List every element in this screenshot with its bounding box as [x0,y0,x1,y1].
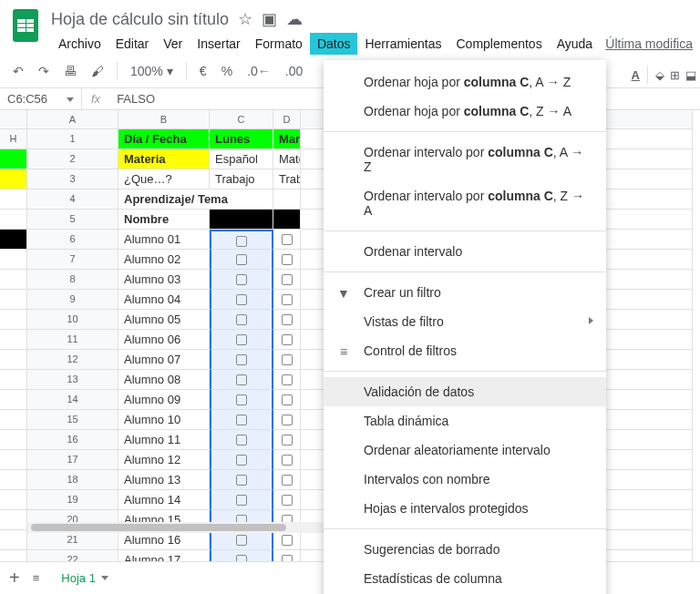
cell[interactable]: Alumno 13 [118,470,210,490]
cell[interactable] [0,250,27,270]
cell[interactable] [210,250,273,270]
cell[interactable]: Trabajo [273,169,301,189]
sheets-logo[interactable] [7,7,44,44]
increase-decimal-button[interactable]: .00 [280,60,308,82]
menu-datos[interactable]: Datos [310,33,358,55]
row-head-2[interactable]: 2 [27,149,118,169]
dd-named-ranges[interactable]: Intervalos con nombre [324,465,606,494]
checkbox-icon[interactable] [236,274,247,285]
cell[interactable] [210,210,273,230]
menu-archivo[interactable]: Archivo [51,33,108,55]
menu-ayuda[interactable]: Ayuda [550,33,600,55]
dd-sort-range[interactable]: Ordenar intervalo [324,237,606,266]
cell[interactable]: Aprendizaje/ Tema [118,189,273,210]
cell[interactable]: Matemática [273,149,301,169]
cell[interactable]: Alumno 08 [118,370,210,390]
checkbox-icon[interactable] [236,475,247,486]
col-head-B[interactable]: B [118,110,210,129]
row-head-18[interactable]: 18 [27,470,118,490]
menu-formato[interactable]: Formato [248,33,310,55]
cell[interactable] [602,390,693,410]
cell[interactable] [0,169,27,189]
cell[interactable] [602,310,693,330]
col-head-C[interactable]: C [210,110,273,129]
checkbox-icon[interactable] [236,455,247,466]
bold-button[interactable]: A [632,68,640,82]
cell[interactable]: Alumno 09 [118,390,210,410]
cell[interactable]: Alumno 06 [118,330,210,350]
cell[interactable] [0,390,27,410]
dd-sort-sheet-az[interactable]: Ordenar hoja por columna C, A → Z [324,67,606,97]
cell[interactable] [273,350,301,370]
row-head-17[interactable]: 17 [27,450,118,470]
checkbox-icon[interactable] [282,234,293,245]
checkbox-icon[interactable] [282,274,293,285]
cell[interactable]: Materia [118,149,210,169]
cell[interactable]: Alumno 12 [118,450,210,470]
cell[interactable] [210,270,273,290]
row-head-9[interactable]: 9 [27,290,118,310]
cell[interactable] [210,290,273,310]
dd-pivot-table[interactable]: Tabla dinámica [324,406,606,435]
cell[interactable] [602,290,693,310]
cloud-icon[interactable]: ☁ [286,9,303,29]
cell[interactable] [0,470,27,490]
move-icon[interactable]: ▣ [262,9,277,29]
fill-color-button[interactable]: ⬙ [655,68,664,82]
dd-sort-range-za[interactable]: Ordenar intervalo por columna C, Z → A [324,181,606,225]
row-head-14[interactable]: 14 [27,390,118,410]
checkbox-icon[interactable] [236,254,247,265]
checkbox-icon[interactable] [282,314,293,325]
cell[interactable]: Alumno 14 [118,490,210,510]
cell[interactable] [602,270,693,290]
cell[interactable] [602,230,693,250]
checkbox-icon[interactable] [282,435,293,446]
checkbox-icon[interactable] [236,415,247,425]
checkbox-icon[interactable] [236,294,247,305]
cell[interactable] [273,390,301,410]
cell[interactable] [602,210,693,230]
checkbox-icon[interactable] [282,535,293,546]
cell[interactable] [210,490,273,510]
dd-filter-views[interactable]: Vistas de filtro [324,307,606,336]
cell[interactable] [602,149,693,169]
cell[interactable] [273,210,301,230]
redo-button[interactable]: ↷ [33,60,55,82]
cell[interactable] [602,189,693,210]
cell[interactable] [602,129,693,149]
cell[interactable]: Alumno 05 [118,310,210,330]
sheet-tab[interactable]: Hoja 1 [52,566,118,590]
cell[interactable] [273,470,301,490]
checkbox-icon[interactable] [282,394,293,405]
cell[interactable]: Día / Fecha [118,129,210,149]
cell[interactable] [0,310,27,330]
cell[interactable]: Alumno 11 [118,430,210,450]
checkbox-icon[interactable] [236,435,247,446]
checkbox-icon[interactable] [282,475,293,486]
cell[interactable] [0,370,27,390]
dd-sort-range-az[interactable]: Ordenar intervalo por columna C, A → Z [324,138,606,181]
cell[interactable]: Alumno 01 [118,230,210,250]
checkbox-icon[interactable] [236,394,247,405]
currency-button[interactable]: € [194,60,212,82]
last-modified-link[interactable]: Última modifica [605,33,693,55]
row-head-13[interactable]: 13 [27,370,118,390]
cell[interactable] [273,430,301,450]
cell[interactable] [273,230,301,250]
cell[interactable] [210,230,273,250]
dd-protected-sheets[interactable]: Hojas e intervalos protegidos [324,494,606,523]
row-head-3[interactable]: 3 [27,169,118,189]
menu-editar[interactable]: Editar [108,33,157,55]
all-sheets-button[interactable]: ≡ [33,571,40,585]
col-head-6[interactable] [602,110,693,129]
cell[interactable] [602,530,693,550]
checkbox-icon[interactable] [236,535,247,546]
menu-complementos[interactable]: Complementos [448,33,549,55]
add-sheet-button[interactable]: + [9,568,20,589]
checkbox-icon[interactable] [282,374,293,385]
cell[interactable]: ¿Que…? [118,169,210,189]
cell[interactable] [210,430,273,450]
cell[interactable] [602,410,693,430]
cell[interactable] [602,330,693,350]
checkbox-icon[interactable] [282,354,293,365]
